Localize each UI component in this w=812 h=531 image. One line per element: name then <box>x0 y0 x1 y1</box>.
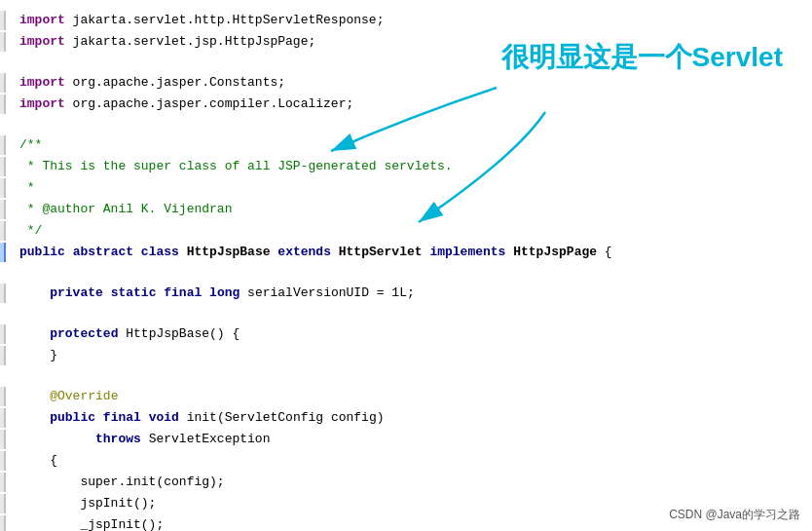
code-line: public abstract class HttpJspBase extend… <box>0 242 812 263</box>
code-line: import org.apache.jasper.compiler.Locali… <box>0 94 812 115</box>
code-line: * @author Anil K. Vijendran <box>0 199 812 220</box>
code-line: @Override <box>0 386 812 407</box>
code-line: * This is the super class of all JSP-gen… <box>0 156 812 177</box>
code-line: } <box>0 345 812 366</box>
line-content: * This is the super class of all JSP-gen… <box>6 157 453 176</box>
code-line: super.init(config); <box>0 472 812 493</box>
code-line: * <box>0 177 812 199</box>
line-content: private static final long serialVersionU… <box>6 284 415 303</box>
line-content: */ <box>6 221 42 241</box>
code-line: /** <box>0 134 812 156</box>
line-content: import org.apache.jasper.compiler.Locali… <box>6 95 353 114</box>
line-content: protected HttpJspBase() { <box>6 324 240 344</box>
line-content: } <box>6 346 57 365</box>
line-content: /** <box>6 135 42 155</box>
line-content: @Override <box>6 387 118 406</box>
line-content: public abstract class HttpJspBase extend… <box>6 243 612 262</box>
empty-line <box>0 366 812 386</box>
line-content: _jspInit(); <box>6 515 164 531</box>
code-line: private static final long serialVersionU… <box>0 283 812 304</box>
line-content: import org.apache.jasper.Constants; <box>6 73 285 93</box>
cn-annotation: 很明显这是一个Servlet <box>501 39 783 76</box>
code-line: throws ServletException <box>0 429 812 450</box>
empty-line <box>0 115 812 134</box>
line-content: * @author Anil K. Vijendran <box>6 200 232 219</box>
watermark: CSDN @Java的学习之路 <box>669 507 800 523</box>
code-lines: import jakarta.servlet.http.HttpServletR… <box>0 10 812 531</box>
code-line: public final void init(ServletConfig con… <box>0 407 812 429</box>
line-content: { <box>6 451 57 471</box>
line-content: jspInit(); <box>6 494 156 513</box>
line-content: throws ServletException <box>6 430 270 449</box>
line-content: import jakarta.servlet.jsp.HttpJspPage; <box>6 32 315 52</box>
code-line: import jakarta.servlet.http.HttpServletR… <box>0 10 812 31</box>
line-content: * <box>6 178 35 198</box>
line-content: public final void init(ServletConfig con… <box>6 408 385 428</box>
empty-line <box>0 263 812 283</box>
line-content: import jakarta.servlet.http.HttpServletR… <box>6 11 384 30</box>
code-area: 很明显这是一个Servlet import jakarta.servlet.ht… <box>0 0 812 531</box>
line-content: super.init(config); <box>6 473 225 492</box>
empty-line <box>0 304 812 323</box>
code-line: */ <box>0 220 812 242</box>
code-line: { <box>0 450 812 472</box>
code-line: protected HttpJspBase() { <box>0 323 812 345</box>
